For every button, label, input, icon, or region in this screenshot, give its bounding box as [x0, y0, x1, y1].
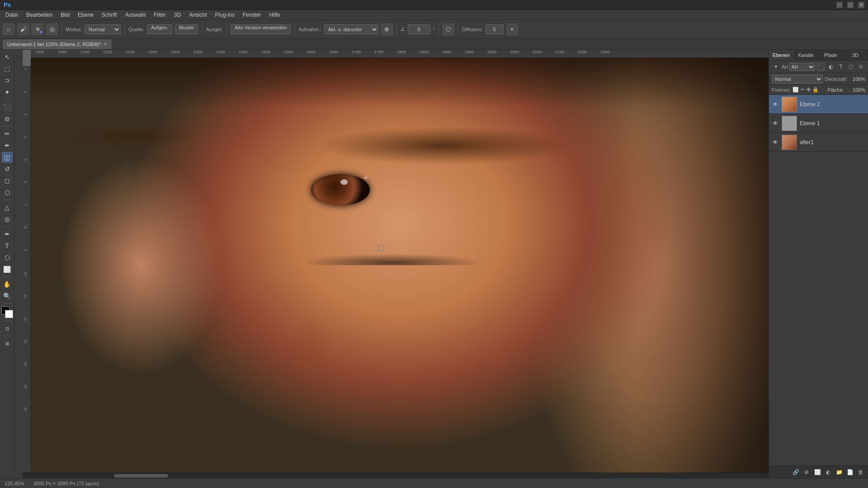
ruler-mark-2200: 2200	[578, 50, 587, 54]
layer-visibility-after1[interactable]: 👁	[772, 139, 779, 146]
brush-preset-icon[interactable]: ◎	[46, 23, 58, 35]
lock-pixels-btn[interactable]: ✏	[801, 87, 805, 93]
select-tool[interactable]: ⬚	[2, 63, 13, 74]
crop-tool[interactable]: ⬛	[2, 102, 13, 113]
ruler-mark-1000: 1000	[35, 50, 44, 54]
ruler-mark-1700: 1700	[352, 50, 361, 54]
document-tab[interactable]: Unbenannt-1 bei 120% (Ebene 2, RGB/8)* ✕	[3, 39, 112, 49]
layer-mask-btn[interactable]: ⬜	[813, 468, 822, 477]
document-tab-close[interactable]: ✕	[104, 42, 107, 47]
tab-pfade[interactable]: Pfade	[819, 50, 844, 60]
text-layer-filter[interactable]: T	[836, 62, 845, 71]
gradient-tool[interactable]: ⬡	[2, 187, 13, 198]
eraser-tool[interactable]: ◻	[2, 175, 13, 186]
muster-button[interactable]: Muster	[175, 24, 198, 34]
tab-kanaele[interactable]: Kanäle	[794, 50, 819, 60]
lock-position-btn[interactable]: ✤	[807, 87, 811, 93]
ruler-mark-1550: 1550	[284, 50, 293, 54]
adjustment-layer-btn[interactable]: ◐	[824, 468, 833, 477]
menu-datei[interactable]: Datei	[2, 11, 22, 19]
fill-value[interactable]: 100%	[853, 87, 865, 93]
fixieren-label: Fixieren:	[772, 87, 791, 93]
lock-transparent-btn[interactable]: ⬜	[793, 87, 799, 93]
menu-bild[interactable]: Bild	[57, 11, 73, 19]
main-layout: ↖ ⬚ ⊃ ✦ ⬛ ⊘ ✏ ✒ ◫ ↺ ◻ ⬡ △ ◎ ✒ T ⬡ ⬜ ✋ 🔍 …	[0, 50, 868, 478]
move-tool[interactable]: ↖	[2, 52, 13, 62]
menu-ansicht[interactable]: Ansicht	[185, 11, 210, 19]
canvas-container[interactable]: 1000 1050 1100 1150 1200 1250 1300 1350 …	[23, 50, 769, 478]
brush-tool-icon[interactable]: 🖌	[17, 23, 29, 35]
ruler-mark-2100: 2100	[533, 50, 542, 54]
menu-plugins[interactable]: Plug-ins	[212, 11, 238, 19]
menu-ebene[interactable]: Ebene	[74, 11, 97, 19]
lock-all-btn[interactable]: 🔒	[812, 87, 819, 93]
sample-old-button[interactable]: Alte Version verwenden	[231, 24, 291, 34]
close-button[interactable]: ✕	[858, 2, 864, 8]
opacity-value[interactable]: 100%	[849, 76, 865, 82]
layer-visibility-ebene1[interactable]: 👁	[772, 120, 779, 127]
filter-type-select[interactable]: Art	[789, 63, 815, 71]
layer-item-after1[interactable]: 👁 after1	[769, 133, 868, 152]
adj-layer-filter[interactable]: ◐	[826, 62, 835, 71]
tool-sep-2	[3, 126, 12, 127]
pen-tool[interactable]: ✒	[2, 229, 13, 239]
path-select-tool[interactable]: ⬡	[2, 252, 13, 263]
smart-filter-toggle[interactable]: ⊟	[856, 62, 865, 71]
blur-tool[interactable]: △	[2, 202, 13, 213]
tool-home-icon[interactable]: ⌂	[3, 23, 14, 35]
text-tool[interactable]: T	[2, 240, 13, 251]
minimize-button[interactable]: −	[836, 2, 843, 8]
diffusion-slider-icon[interactable]: ▾	[506, 23, 518, 35]
mode-select[interactable]: Normal	[85, 24, 121, 34]
screen-mode-btn[interactable]: ⊞	[2, 338, 13, 349]
layer-blend-mode-select[interactable]: Normal	[772, 75, 823, 84]
pixel-layer-filter[interactable]: ⬛	[816, 62, 826, 71]
foreground-color-swatch[interactable]	[1, 306, 13, 318]
menu-hilfe[interactable]: Hilfe	[266, 11, 284, 19]
menu-filter[interactable]: Filter	[150, 11, 170, 19]
horizontal-scrollbar[interactable]	[23, 473, 769, 478]
ruler-mark-1450: 1450	[239, 50, 248, 54]
dodge-tool[interactable]: ◎	[2, 214, 13, 225]
canvas-area[interactable]	[31, 58, 769, 473]
sample-select[interactable]: Akt. u. darunter	[324, 24, 378, 34]
hscroll-thumb[interactable]	[114, 474, 168, 478]
layer-visibility-ebene2[interactable]: 👁	[772, 101, 779, 108]
new-layer-btn[interactable]: 📄	[845, 468, 854, 477]
sample-color-icon[interactable]: ⊕	[381, 23, 393, 35]
healing-mode-icon[interactable]: ⬡	[443, 23, 454, 35]
clone-source-icon[interactable]: ⊕ ■	[32, 23, 43, 35]
layer-style-btn[interactable]: ⊕	[802, 468, 811, 477]
aufgen-button[interactable]: Aufgen.	[147, 24, 172, 34]
maximize-button[interactable]: □	[847, 2, 854, 8]
tab-ebenen[interactable]: Ebenen	[769, 50, 794, 60]
delete-layer-btn[interactable]: 🗑	[856, 468, 865, 477]
tab-3d[interactable]: 3D	[843, 50, 868, 60]
lasso-tool[interactable]: ⊃	[2, 75, 13, 86]
ruler-mark-1300: 1300	[171, 50, 180, 54]
shape-layer-filter[interactable]: ⬡	[846, 62, 855, 71]
layer-item-ebene1[interactable]: 👁 Ebene 1	[769, 114, 868, 133]
angle-input[interactable]: 0	[408, 24, 430, 34]
zoom-tool[interactable]: 🔍	[2, 291, 13, 301]
magic-wand-tool[interactable]: ✦	[2, 87, 13, 98]
menu-schrift[interactable]: Schrift	[98, 11, 121, 19]
spot-heal-tool[interactable]: ✏	[2, 128, 13, 139]
sep5	[294, 23, 295, 35]
diffusion-input[interactable]: 5	[486, 24, 504, 34]
menu-3d[interactable]: 3D	[170, 11, 184, 19]
eyedropper-tool[interactable]: ⊘	[2, 113, 13, 124]
link-layers-btn[interactable]: 🔗	[791, 468, 800, 477]
group-layers-btn[interactable]: 📁	[835, 468, 844, 477]
menu-fenster[interactable]: Fenster	[239, 11, 265, 19]
menu-bearbeiten[interactable]: Bearbeiten	[23, 11, 56, 19]
menu-auswahl[interactable]: Auswahl	[122, 11, 149, 19]
stamp-tool[interactable]: ◫	[2, 152, 13, 163]
hand-tool[interactable]: ✋	[2, 279, 13, 290]
quick-mask-btn[interactable]: ⊡	[2, 323, 13, 334]
history-brush-tool[interactable]: ↺	[2, 164, 13, 174]
shape-tool[interactable]: ⬜	[2, 264, 13, 275]
layer-item-ebene2[interactable]: 👁 Ebene 2	[769, 95, 868, 114]
brush-tool[interactable]: ✒	[2, 140, 13, 151]
horizontal-ruler: 1000 1050 1100 1150 1200 1250 1300 1350 …	[31, 50, 769, 58]
